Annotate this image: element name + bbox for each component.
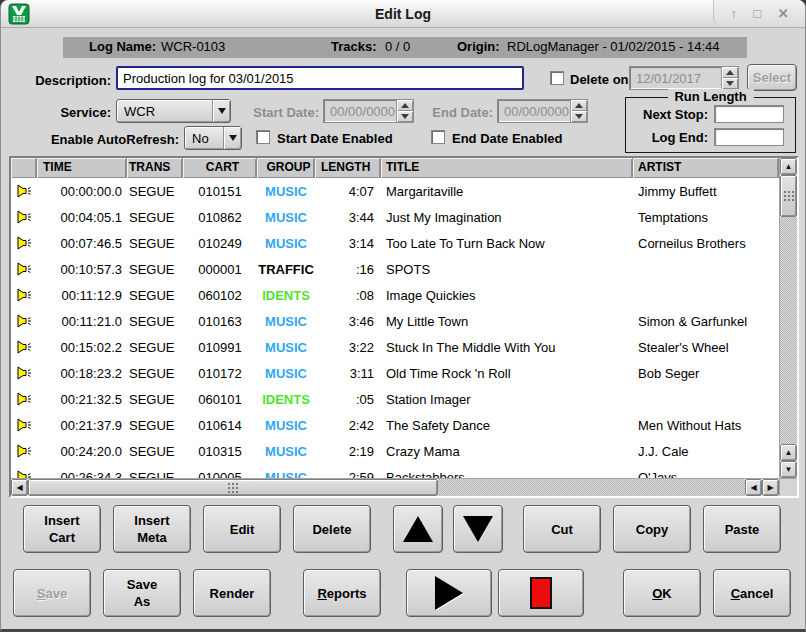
- table-row[interactable]: 00:04:05.1SEGUE010862MUSIC3:44Just My Im…: [11, 204, 779, 230]
- run-length-group: Run Length Next Stop: Log End:: [625, 97, 796, 153]
- vertical-scrollbar[interactable]: ▲ ▲ ▼: [779, 158, 797, 478]
- title-cell: Too Late To Turn Back Now: [381, 236, 633, 251]
- paste-button[interactable]: Paste: [703, 505, 781, 553]
- copy-button[interactable]: Copy: [613, 505, 691, 553]
- vertical-scrollbar-thumb[interactable]: [780, 175, 797, 217]
- column-header-cart[interactable]: CART: [183, 158, 257, 178]
- insert-cart-button[interactable]: Insert Cart: [23, 505, 101, 553]
- cancel-button[interactable]: Cancel: [713, 569, 791, 617]
- stop-button[interactable]: [498, 569, 584, 617]
- title-cell: Crazy Mama: [381, 444, 633, 459]
- trans-cell: SEGUE: [127, 470, 183, 479]
- move-down-button[interactable]: [453, 505, 503, 553]
- spin-up-icon: [571, 100, 587, 111]
- end-date-enabled-checkbox[interactable]: [431, 130, 445, 144]
- move-up-button[interactable]: [393, 505, 443, 553]
- table-row[interactable]: 00:11:21.0SEGUE010163MUSIC3:46My Little …: [11, 308, 779, 334]
- up-arrow-icon: [403, 516, 433, 542]
- horizontal-scrollbar-track[interactable]: [438, 479, 745, 496]
- artist-cell: Bob Seger: [633, 366, 779, 381]
- end-date-value: 00/00/0000: [498, 100, 570, 122]
- save-as-button[interactable]: Save As: [103, 569, 181, 617]
- table-row[interactable]: 00:07:46.5SEGUE010249MUSIC3:14Too Late T…: [11, 230, 779, 256]
- shade-icon[interactable]: ↑: [730, 7, 737, 20]
- length-cell: 3:22: [315, 340, 381, 355]
- column-header-title[interactable]: TITLE: [381, 158, 633, 178]
- render-button[interactable]: Render: [193, 569, 271, 617]
- tracks-label: Tracks:: [331, 39, 377, 54]
- reports-button[interactable]: Reports: [303, 569, 381, 617]
- trans-cell: SEGUE: [127, 340, 183, 355]
- horizontal-scrollbar[interactable]: ◀ ◀ ▶: [11, 478, 779, 496]
- maximize-icon[interactable]: □: [753, 7, 761, 20]
- table-row[interactable]: 00:10:57.3SEGUE000001TRAFFIC:16SPOTS: [11, 256, 779, 282]
- speaker-icon: [11, 209, 37, 225]
- scroll-left-icon[interactable]: ◀: [745, 479, 762, 496]
- scroll-up-icon[interactable]: ▲: [780, 158, 797, 175]
- end-date-enabled-label: End Date Enabled: [452, 131, 563, 146]
- next-stop-field: [714, 105, 784, 123]
- length-cell: 2:19: [315, 444, 381, 459]
- table-row[interactable]: 00:21:32.5SEGUE060101IDENTS:05Station Im…: [11, 386, 779, 412]
- ok-button[interactable]: OK: [623, 569, 701, 617]
- time-cell: 00:04:05.1: [37, 210, 127, 225]
- cart-cell: 010315: [183, 444, 257, 459]
- speaker-icon: [11, 183, 37, 199]
- table-row[interactable]: 00:15:02.2SEGUE010991MUSIC3:22Stuck In T…: [11, 334, 779, 360]
- column-header-time[interactable]: TIME: [37, 158, 127, 178]
- scroll-up-icon[interactable]: ▲: [780, 444, 797, 461]
- play-button[interactable]: [406, 569, 492, 617]
- close-icon[interactable]: ✕: [778, 7, 789, 20]
- time-cell: 00:11:21.0: [37, 314, 127, 329]
- title-cell: Backstabbers: [381, 470, 633, 479]
- start-date-enabled-checkbox[interactable]: [256, 130, 270, 144]
- column-header-group[interactable]: GROUP: [257, 158, 315, 178]
- table-row[interactable]: 00:11:12.9SEGUE060102IDENTS:08Image Quic…: [11, 282, 779, 308]
- title-cell: SPOTS: [381, 262, 633, 277]
- table-row[interactable]: 00:00:00.0SEGUE010151MUSIC4:07Margaritav…: [11, 178, 779, 204]
- table-row[interactable]: 00:26:34.3SEGUE010005MUSIC2:59Backstabbe…: [11, 464, 779, 478]
- delete-button[interactable]: Delete: [293, 505, 371, 553]
- length-cell: :16: [315, 262, 381, 277]
- log-table-body: 00:00:00.0SEGUE010151MUSIC4:07Margaritav…: [11, 178, 779, 478]
- trans-cell: SEGUE: [127, 288, 183, 303]
- time-cell: 00:18:23.2: [37, 366, 127, 381]
- scroll-down-icon[interactable]: ▼: [780, 461, 797, 478]
- scroll-left-icon[interactable]: ◀: [11, 479, 28, 496]
- cart-cell: 010005: [183, 470, 257, 479]
- time-cell: 00:07:46.5: [37, 236, 127, 251]
- artist-cell: Corneilus Brothers: [633, 236, 779, 251]
- title-cell: Margaritaville: [381, 184, 633, 199]
- save-button: Save: [13, 569, 91, 617]
- table-row[interactable]: 00:24:20.0SEGUE010315MUSIC2:19Crazy Mama…: [11, 438, 779, 464]
- vertical-scrollbar-track[interactable]: [780, 217, 797, 444]
- cut-button[interactable]: Cut: [523, 505, 601, 553]
- insert-meta-button[interactable]: Insert Meta: [113, 505, 191, 553]
- title-bar[interactable]: Edit Log ↑ □ ✕: [1, 0, 805, 28]
- autorefresh-combobox[interactable]: No: [184, 126, 242, 150]
- origin-value: RDLogManager - 01/02/2015 - 14:44: [507, 39, 719, 54]
- autorefresh-label: Enable AutoRefresh:: [1, 132, 179, 147]
- log-name-value: WCR-0103: [161, 39, 225, 54]
- table-row[interactable]: 00:18:23.2SEGUE010172MUSIC3:11Old Time R…: [11, 360, 779, 386]
- end-date-spinbox: 00/00/0000: [497, 99, 588, 123]
- column-header-artist[interactable]: ARTIST: [633, 158, 779, 178]
- trans-cell: SEGUE: [127, 210, 183, 225]
- delete-on-checkbox[interactable]: [550, 71, 564, 85]
- description-input[interactable]: [116, 66, 524, 90]
- horizontal-scrollbar-thumb[interactable]: [28, 479, 438, 496]
- trans-cell: SEGUE: [127, 444, 183, 459]
- table-row[interactable]: 00:21:37.9SEGUE010614MUSIC2:42The Safety…: [11, 412, 779, 438]
- column-header-icon[interactable]: [11, 158, 37, 178]
- cart-cell: 010249: [183, 236, 257, 251]
- scroll-right-icon[interactable]: ▶: [762, 479, 779, 496]
- column-header-trans[interactable]: TRANS: [127, 158, 183, 178]
- title-cell: Just My Imagination: [381, 210, 633, 225]
- edit-button[interactable]: Edit: [203, 505, 281, 553]
- log-end-field: [714, 128, 784, 146]
- log-name-label: Log Name:: [89, 39, 156, 54]
- play-icon: [435, 576, 463, 610]
- column-header-length[interactable]: LENGTH: [315, 158, 381, 178]
- cart-cell: 010151: [183, 184, 257, 199]
- group-cell: MUSIC: [257, 210, 315, 225]
